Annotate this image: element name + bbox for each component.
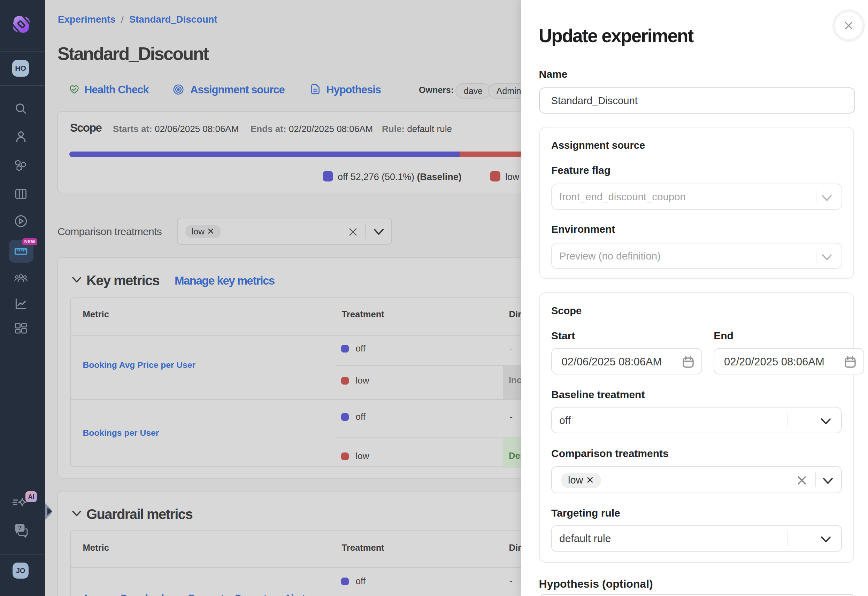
svg-text:?: ?	[18, 525, 22, 531]
